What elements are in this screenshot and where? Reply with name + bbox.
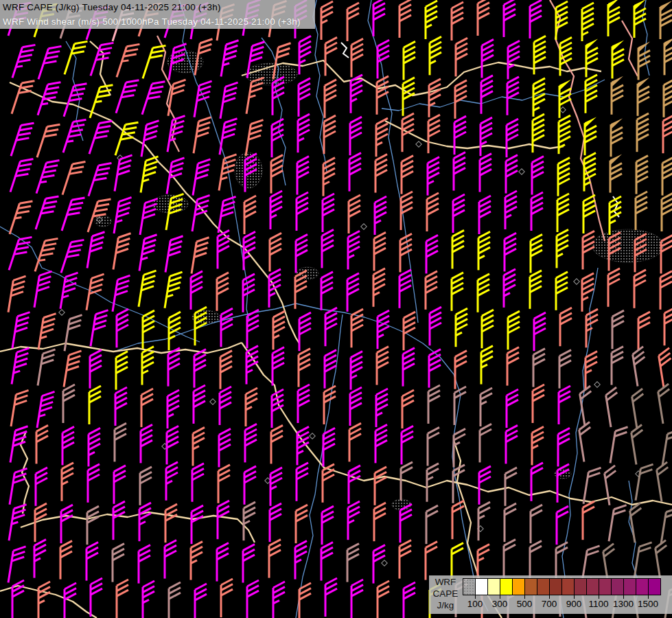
legend-cell-8 [561,578,575,595]
legend-cell-5 [524,578,537,595]
legend-cell-4 [512,578,525,595]
title-wind-shear: WRF Wind shear (m/s) 500/1000hPa Tuesday… [0,14,315,29]
legend-values: 100300500700900110013001500 [429,599,672,611]
legend-cell-6 [537,578,550,595]
legend-value: 700 [542,599,557,609]
legend-cell-11 [599,578,612,595]
legend-value: 900 [566,599,582,609]
title-cape: WRF CAPE (J/kg) Tuesday 04-11-2025 21:00… [0,0,315,14]
legend-cell-10 [586,578,599,595]
legend-cell-0 [463,578,476,595]
cape-legend: WRF CAPE J/kg 10030050070090011001300150… [429,575,672,614]
legend-value: 1300 [613,599,634,609]
legend-value: 1100 [588,599,608,609]
legend-label-model: WRF [429,576,462,588]
legend-value: 100 [467,599,483,609]
legend-cell-14 [636,578,649,595]
urban-area [95,216,111,227]
legend-cell-9 [574,578,587,595]
legend-colorbar [463,578,661,595]
legend-cell-12 [611,578,624,595]
wrf-weather-map: WRF CAPE (J/kg) Tuesday 04-11-2025 21:00… [0,0,672,618]
legend-value: 1500 [638,599,658,609]
map-canvas [0,0,672,618]
legend-cell-15 [648,578,661,595]
legend-cell-1 [475,578,488,595]
title-overlay: WRF CAPE (J/kg) Tuesday 04-11-2025 21:00… [0,0,315,29]
legend-value: 500 [517,599,533,609]
legend-cell-3 [500,578,513,595]
legend-cell-2 [487,578,500,595]
legend-value: 300 [492,599,508,609]
legend-cell-13 [623,578,636,595]
legend-cell-7 [549,578,562,595]
